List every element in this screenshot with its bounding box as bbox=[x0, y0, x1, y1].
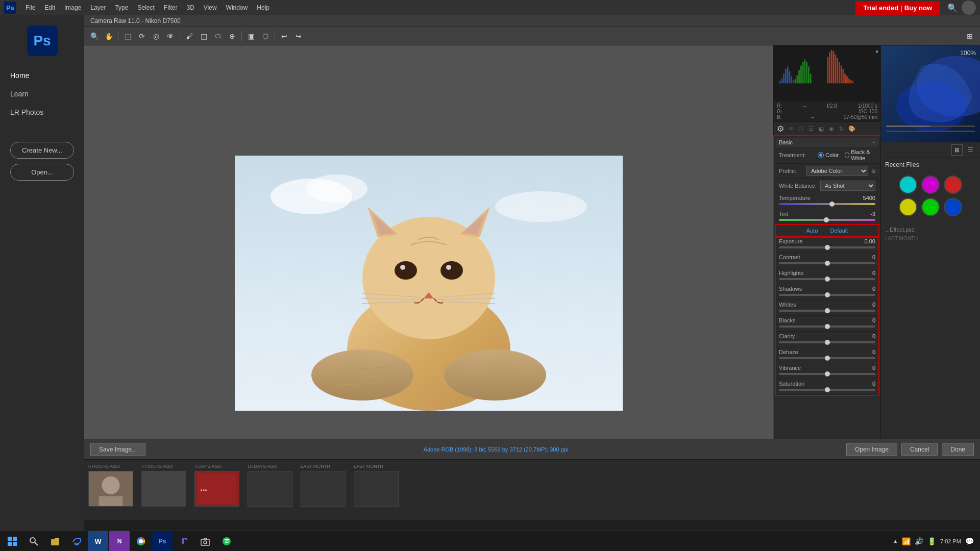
menu-edit[interactable]: Edit bbox=[40, 2, 59, 13]
save-image-button[interactable]: Save Image... bbox=[90, 443, 145, 456]
auto-button[interactable]: Auto bbox=[806, 228, 818, 234]
histogram-settings[interactable]: ● bbox=[875, 47, 878, 55]
tint-slider[interactable] bbox=[779, 219, 875, 221]
calibration-tab[interactable]: 🎨 bbox=[847, 123, 856, 134]
color-radio[interactable]: Color bbox=[818, 152, 839, 158]
trial-buy-button[interactable]: Trial ended|Buy now bbox=[855, 1, 940, 15]
filmstrip-toggle[interactable]: ⊞ bbox=[964, 30, 976, 42]
filmstrip-thumb-2[interactable] bbox=[141, 471, 186, 507]
whites-slider[interactable] bbox=[779, 310, 875, 312]
bw-radio[interactable]: Black & White bbox=[845, 149, 875, 161]
graduated-filter-tool[interactable]: ◫ bbox=[198, 30, 210, 42]
exposure-thumb[interactable] bbox=[825, 245, 830, 250]
filmstrip-thumb-6[interactable] bbox=[354, 471, 399, 507]
files-taskbar-icon[interactable] bbox=[45, 531, 65, 552]
vibrance-thumb[interactable] bbox=[825, 371, 830, 377]
hsl-tab[interactable]: ☰ bbox=[806, 123, 816, 134]
clarity-slider[interactable] bbox=[779, 341, 875, 343]
tone-curve-tab[interactable]: ≋ bbox=[786, 123, 795, 134]
wb-select[interactable]: As Shot bbox=[820, 181, 875, 191]
crop-overlay-tool[interactable]: ▣ bbox=[245, 30, 257, 42]
detail-tab[interactable]: ⬡ bbox=[796, 123, 805, 134]
saturation-thumb[interactable] bbox=[825, 387, 830, 392]
up-arrow-icon[interactable]: ▲ bbox=[893, 538, 898, 544]
filmstrip-thumb-3[interactable]: ●●● bbox=[194, 471, 239, 507]
menu-file[interactable]: File bbox=[21, 2, 39, 13]
profile-grid-btn[interactable]: ⊞ bbox=[871, 168, 875, 174]
saturation-slider[interactable] bbox=[779, 389, 875, 391]
create-new-button[interactable]: Create New... bbox=[10, 142, 74, 159]
profile-select[interactable]: Adobe Color bbox=[806, 166, 868, 176]
highlights-slider[interactable] bbox=[779, 278, 875, 280]
menu-type[interactable]: Type bbox=[111, 2, 132, 13]
highlights-thumb[interactable] bbox=[825, 277, 830, 282]
tint-thumb[interactable] bbox=[824, 217, 829, 222]
swatch-red[interactable] bbox=[944, 176, 962, 194]
preview-slider-1[interactable] bbox=[886, 126, 975, 127]
straighten-tool[interactable]: ⟳ bbox=[136, 30, 148, 42]
open-button[interactable]: Open... bbox=[10, 164, 74, 181]
temperature-thumb[interactable] bbox=[829, 202, 835, 207]
camera-taskbar-icon[interactable] bbox=[195, 531, 215, 552]
open-image-button[interactable]: Open Image bbox=[846, 443, 897, 456]
transform-tool[interactable]: ⬡ bbox=[259, 30, 272, 42]
network-icon[interactable]: 📶 bbox=[902, 537, 911, 545]
swatch-magenta[interactable] bbox=[921, 176, 940, 194]
exposure-slider[interactable] bbox=[779, 246, 875, 248]
search-icon[interactable]: 🔍 bbox=[947, 3, 958, 13]
zoom-tool[interactable]: 🔍 bbox=[88, 30, 101, 42]
battery-icon[interactable]: 🔋 bbox=[927, 537, 936, 545]
sidebar-item-home[interactable]: Home bbox=[0, 66, 84, 85]
spotify-taskbar-icon[interactable] bbox=[216, 531, 237, 552]
swatch-yellow[interactable] bbox=[899, 198, 917, 216]
teams-taskbar-icon[interactable] bbox=[174, 531, 194, 552]
ps-taskbar-icon[interactable]: Ps bbox=[152, 531, 173, 552]
adj-brush-tool[interactable]: 🖌 bbox=[183, 30, 195, 42]
swatch-blue[interactable] bbox=[944, 198, 962, 216]
windows-start-icon[interactable] bbox=[2, 531, 22, 552]
menu-image[interactable]: Image bbox=[60, 2, 85, 13]
temperature-slider[interactable] bbox=[779, 203, 875, 205]
shadows-slider[interactable] bbox=[779, 294, 875, 296]
menu-select[interactable]: Select bbox=[133, 2, 158, 13]
split-tone-tab[interactable]: ⬕ bbox=[817, 123, 826, 134]
hand-tool[interactable]: ✋ bbox=[103, 30, 115, 42]
filmstrip-thumb-5[interactable] bbox=[301, 471, 346, 507]
swatch-green[interactable] bbox=[921, 198, 940, 216]
clock[interactable]: 7:02 PM bbox=[940, 538, 961, 544]
done-button[interactable]: Done bbox=[942, 443, 974, 456]
menu-window[interactable]: Window bbox=[222, 2, 252, 13]
default-button[interactable]: Default bbox=[830, 228, 848, 234]
crop-tool[interactable]: ⬚ bbox=[121, 30, 134, 42]
menu-help[interactable]: Help bbox=[253, 2, 274, 13]
spot-removal-tool[interactable]: ◎ bbox=[150, 30, 162, 42]
search-taskbar-icon[interactable] bbox=[23, 531, 44, 552]
fx-tab[interactable]: fx bbox=[837, 123, 846, 134]
menu-view[interactable]: View bbox=[200, 2, 221, 13]
volume-icon[interactable]: 🔊 bbox=[915, 537, 923, 545]
edge-taskbar-icon[interactable] bbox=[66, 531, 87, 552]
whites-thumb[interactable] bbox=[825, 308, 830, 313]
user-icon[interactable] bbox=[962, 1, 976, 15]
list-view-btn[interactable]: ☰ bbox=[965, 144, 976, 156]
filmstrip-thumb-1[interactable] bbox=[88, 471, 133, 507]
onenote-taskbar-icon[interactable]: N bbox=[109, 531, 130, 552]
menu-filter[interactable]: Filter bbox=[160, 2, 182, 13]
notification-icon[interactable]: 💬 bbox=[965, 537, 974, 545]
dehaze-thumb[interactable] bbox=[825, 356, 830, 361]
contrast-slider[interactable] bbox=[779, 262, 875, 264]
undo-btn[interactable]: ↩ bbox=[278, 30, 290, 42]
word-taskbar-icon[interactable]: W bbox=[88, 531, 108, 552]
sidebar-item-lr-photos[interactable]: LR Photos bbox=[0, 103, 84, 121]
panel-toggle-icon[interactable]: ⊞ bbox=[964, 30, 976, 42]
cancel-button[interactable]: Cancel bbox=[901, 443, 938, 456]
filmstrip-thumb-4[interactable] bbox=[248, 471, 292, 507]
red-eye-tool[interactable]: 👁 bbox=[164, 30, 177, 42]
blacks-thumb[interactable] bbox=[825, 324, 830, 329]
swatch-cyan[interactable] bbox=[899, 176, 917, 194]
menu-layer[interactable]: Layer bbox=[86, 2, 110, 13]
blacks-slider[interactable] bbox=[779, 325, 875, 328]
radial-filter-tool[interactable]: ⬭ bbox=[212, 30, 224, 42]
redo-btn[interactable]: ↪ bbox=[292, 30, 305, 42]
targeted-adj-tool[interactable]: ⊕ bbox=[226, 30, 238, 42]
